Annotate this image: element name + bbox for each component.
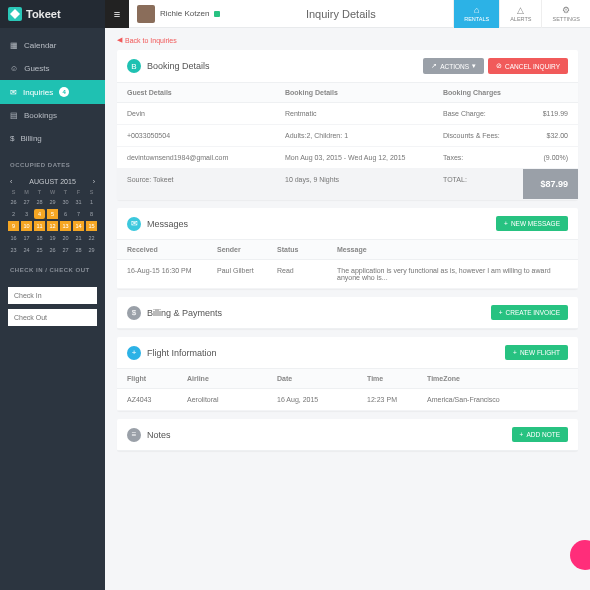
logo-icon — [8, 7, 22, 21]
home-icon: ⌂ — [474, 5, 479, 15]
flight-title: Flight Information — [147, 348, 501, 358]
billing-icon: $ — [10, 134, 14, 143]
check-heading: CHECK IN / CHECK OUT — [0, 255, 105, 279]
messages-title: Messages — [147, 219, 492, 229]
plus-icon: + — [513, 349, 517, 356]
bell-icon: △ — [517, 5, 524, 15]
chevron-down-icon: ▾ — [472, 62, 476, 70]
back-link[interactable]: ◀Back to Inquiries — [117, 36, 578, 44]
bookings-icon: ▤ — [10, 111, 18, 120]
booking-row: devintownsend1984@gmail.comMon Aug 03, 2… — [117, 147, 578, 169]
booking-row: +0033050504Adults:2, Children: 1Discount… — [117, 125, 578, 147]
tab-alerts[interactable]: △ALERTS — [499, 0, 541, 28]
tab-rentals[interactable]: ⌂RENTALS — [453, 0, 499, 28]
check-in-input[interactable] — [8, 287, 97, 304]
brand-name: Tokeet — [26, 8, 61, 20]
calendar-grid[interactable]: SMTWTFS 2627282930311 2345678 9101112131… — [8, 189, 97, 255]
sidebar-item-inquiries[interactable]: ✉Inquiries4 — [0, 80, 105, 104]
sidebar-item-billing[interactable]: $Billing — [0, 127, 105, 150]
user-name: Richie Kotzen — [160, 9, 209, 18]
header: ≡ Richie Kotzen Inquiry Details ⌂RENTALS… — [105, 0, 590, 28]
booking-title: Booking Details — [147, 61, 419, 71]
create-invoice-button[interactable]: +CREATE INVOICE — [491, 305, 568, 320]
sidebar-item-calendar[interactable]: ▦Calendar — [0, 34, 105, 57]
plus-icon: + — [499, 309, 503, 316]
sidebar: Tokeet ▦Calendar ☺Guests ✉Inquiries4 ▤Bo… — [0, 0, 105, 590]
booking-row: DevinRentmaticBase Charge:$119.99 — [117, 103, 578, 125]
calendar-widget: ‹AUGUST 2015› SMTWTFS 2627282930311 2345… — [0, 174, 105, 255]
message-row[interactable]: 16-Aug-15 16:30 PMPaul GilbertReadThe ap… — [117, 260, 578, 289]
cal-month: AUGUST 2015 — [29, 178, 76, 185]
notes-icon: ≡ — [127, 428, 141, 442]
notes-title: Notes — [147, 430, 508, 440]
billing-card: $ Billing & Payments +CREATE INVOICE — [117, 297, 578, 329]
user-chip[interactable]: Richie Kotzen — [129, 5, 228, 23]
billing-title: Billing & Payments — [147, 308, 487, 318]
avatar — [137, 5, 155, 23]
occupied-heading: OCCUPIED DATES — [0, 150, 105, 174]
booking-total-row: Source: Tokeet10 days, 9 NightsTOTAL:$87… — [117, 169, 578, 200]
sidebar-item-guests[interactable]: ☺Guests — [0, 57, 105, 80]
tab-settings[interactable]: ⚙SETTINGS — [541, 0, 590, 28]
plus-icon: + — [520, 431, 524, 438]
plus-icon: + — [504, 220, 508, 227]
billing-icon: $ — [127, 306, 141, 320]
gear-icon: ⚙ — [562, 5, 570, 15]
flight-icon: + — [127, 346, 141, 360]
messages-icon: ✉ — [127, 217, 141, 231]
back-icon: ◀ — [117, 36, 122, 44]
booking-icon: B — [127, 59, 141, 73]
logo[interactable]: Tokeet — [0, 0, 105, 28]
status-indicator — [214, 11, 220, 17]
flight-row[interactable]: AZ4043Aerolitoral16 Aug, 201512:23 PMAme… — [117, 389, 578, 411]
sidebar-item-bookings[interactable]: ▤Bookings — [0, 104, 105, 127]
inquiries-icon: ✉ — [10, 88, 17, 97]
add-note-button[interactable]: +ADD NOTE — [512, 427, 568, 442]
cal-next[interactable]: › — [93, 178, 95, 185]
calendar-icon: ▦ — [10, 41, 18, 50]
messages-card: ✉ Messages +NEW MESSAGE ReceivedSenderSt… — [117, 208, 578, 289]
cancel-icon: ⊘ — [496, 62, 502, 70]
check-out-input[interactable] — [8, 309, 97, 326]
guests-icon: ☺ — [10, 64, 18, 73]
actions-button[interactable]: ↗ACTIONS▾ — [423, 58, 484, 74]
notes-card: ≡ Notes +ADD NOTE — [117, 419, 578, 451]
flight-card: + Flight Information +NEW FLIGHT FlightA… — [117, 337, 578, 411]
new-message-button[interactable]: +NEW MESSAGE — [496, 216, 568, 231]
nav-list: ▦Calendar ☺Guests ✉Inquiries4 ▤Bookings … — [0, 28, 105, 150]
inquiries-badge: 4 — [59, 87, 69, 97]
page-title: Inquiry Details — [228, 8, 453, 20]
booking-card: B Booking Details ↗ACTIONS▾ ⊘CANCEL INQU… — [117, 50, 578, 200]
menu-toggle[interactable]: ≡ — [105, 0, 129, 28]
new-flight-button[interactable]: +NEW FLIGHT — [505, 345, 568, 360]
cal-prev[interactable]: ‹ — [10, 178, 12, 185]
share-icon: ↗ — [431, 62, 437, 70]
cancel-inquiry-button[interactable]: ⊘CANCEL INQUIRY — [488, 58, 568, 74]
